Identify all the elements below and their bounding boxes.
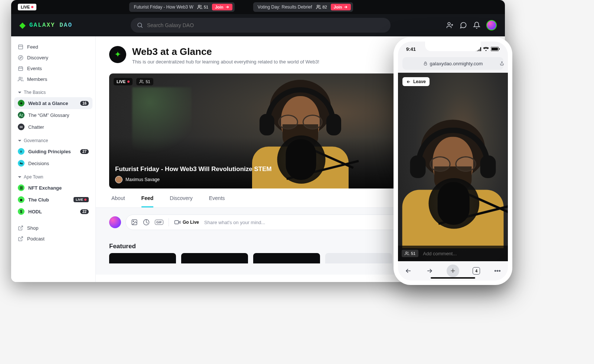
lock-icon [423,61,428,66]
sidebar-item-decisions[interactable]: ⇆ Decisions [11,157,95,169]
more-icon[interactable] [494,267,501,275]
nav-events[interactable]: Events [11,63,95,74]
nav-label: Events [27,66,42,71]
sidebar-item-nft[interactable]: ☰ NFT Exchange [11,182,95,194]
tab-feed[interactable]: Feed [141,195,154,207]
nav-members[interactable]: Members [11,74,95,85]
phone-comment-bar: 51 [398,246,508,261]
nav-feed[interactable]: Feed [11,42,95,52]
space-avatar: ✦ [109,46,126,63]
sidebar-item-hodl[interactable]: $ HODL 22 [11,206,95,217]
sidebar-item-label: NFT Exchange [28,185,62,191]
featured-card[interactable] [253,253,320,263]
link-label: Podcast [27,236,45,242]
event-chip[interactable]: Futurist Friday - How Web3 W 51 Join [129,2,234,12]
phone-url-bar[interactable]: galaxydao.onmighty.com [402,57,503,70]
calendar-icon [18,66,23,71]
user-avatar[interactable] [486,20,497,30]
event-viewers: 51 [197,4,208,10]
share-icon[interactable] [500,61,504,66]
search-input[interactable] [147,22,385,28]
tab-discovery[interactable]: Discovery [170,195,192,207]
live-indicator: LIVE [114,78,133,85]
svg-rect-8 [175,221,179,224]
go-live-button[interactable]: Go Live [174,219,199,226]
event-viewers: 82 [316,4,327,10]
space-dot-icon: Az [18,112,25,118]
phone-mockup: 9:41 galaxydao.onmighty.com [394,37,512,285]
messages-icon[interactable] [460,22,467,29]
phone-viewer-count: 51 [402,250,418,257]
chevron-down-icon [18,139,22,142]
sidebar-section-apetown[interactable]: Ape Town [11,169,95,182]
arrow-left-icon [406,79,411,84]
poll-icon[interactable] [143,219,150,226]
image-icon[interactable] [131,219,138,226]
sidebar-item-label: The “GM” Glossary [28,112,69,118]
event-chip[interactable]: Voting Day: Results Debrief 82 Join [253,2,353,12]
space-avatar-glyph: ✦ [114,50,121,59]
sidebar: Feed Discovery Events Members The Basics… [11,36,96,282]
nav-discovery[interactable]: Discovery [11,52,95,63]
svg-marker-3 [20,57,22,59]
brand[interactable]: ◆ GALAXY DAO [19,20,120,30]
nav-label: Discovery [27,55,48,60]
space-dot-icon: ✉ [18,124,25,130]
space-dot-icon: ☰ [18,184,25,191]
host-avatar [115,176,123,183]
sidebar-item-club[interactable]: ☻ The Club LIVE [11,194,95,206]
forward-icon[interactable] [426,267,433,275]
featured-card[interactable] [181,253,248,263]
sidebar-item-gm-glossary[interactable]: Az The “GM” Glossary [11,109,95,121]
sidebar-section-governance[interactable]: Governance [11,133,95,145]
members-icon [18,76,23,82]
user-avatar[interactable] [109,216,121,228]
sidebar-section-basics[interactable]: The Basics [11,85,95,97]
video-subject [398,120,507,237]
count-badge: 27 [80,149,89,154]
event-chip-row: Futurist Friday - How Web3 W 51 Join Vot… [129,2,353,12]
sidebar-item-label: Chatter [28,124,44,130]
featured-card[interactable] [325,253,392,263]
external-link-icon [18,236,23,242]
gif-icon[interactable]: GIF [155,220,163,225]
search-bar[interactable] [131,18,391,33]
notifications-icon[interactable] [473,22,480,29]
count-badge: 22 [80,209,89,214]
svg-point-6 [133,221,134,222]
sidebar-item-chatter[interactable]: ✉ Chatter [11,121,95,133]
nav-label: Members [27,76,47,82]
viewer-count: 51 [136,78,153,85]
sidebar-item-label: Web3 at a Glance [28,101,68,106]
new-tab-button[interactable]: + [447,265,459,277]
sidebar-link-podcast[interactable]: Podcast [11,233,95,244]
phone-comment-input[interactable] [423,251,504,256]
event-title: Futurist Friday - How Web3 W [134,4,193,10]
live-indicator: LIVE [18,4,36,10]
svg-rect-4 [19,67,23,70]
battery-icon [491,47,500,51]
video-icon [174,219,181,226]
home-indicator[interactable] [431,277,475,279]
tab-events[interactable]: Events [209,195,225,207]
sidebar-link-shop[interactable]: Shop [11,223,95,233]
sidebar-item-guiding[interactable]: ≡ Guiding Principles 27 [11,145,95,157]
wifi-icon [483,47,489,51]
featured-card[interactable] [109,253,176,263]
join-button[interactable]: Join [212,4,232,10]
svg-point-19 [497,270,498,272]
svg-rect-1 [19,45,23,49]
phone-live-video[interactable]: Leave 51 [398,73,508,261]
sidebar-item-web3[interactable]: ✦ Web3 at a Glance 16 [14,97,92,109]
back-icon[interactable] [405,267,412,275]
compass-icon [18,55,23,60]
svg-point-0 [138,23,142,27]
members-icon [405,251,409,256]
add-member-icon[interactable] [446,22,454,29]
tab-about[interactable]: About [111,195,125,207]
tabs-button[interactable]: 4 [473,267,480,275]
join-button[interactable]: Join [331,4,351,10]
leave-button[interactable]: Leave [402,77,430,86]
app-header: ◆ GALAXY DAO [11,14,505,36]
svg-rect-16 [499,48,500,50]
